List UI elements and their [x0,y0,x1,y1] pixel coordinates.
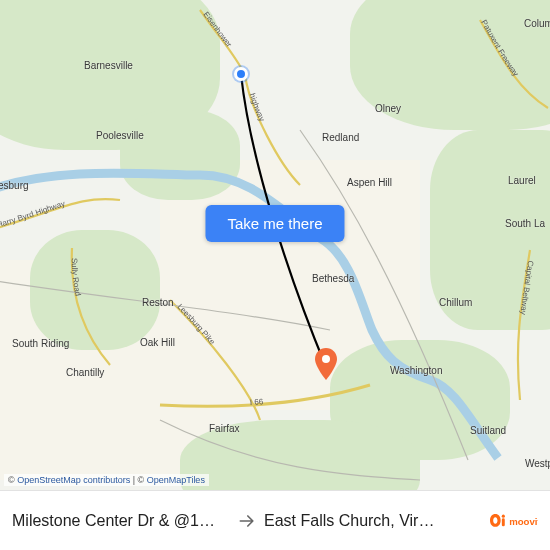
city-label: Barnesville [84,60,133,71]
svg-point-8 [322,355,330,363]
city-label: Laurel [508,175,536,186]
city-label: Westp [525,458,550,469]
route-path [0,0,550,490]
city-label: Olney [375,103,401,114]
svg-text:moovit: moovit [509,515,538,526]
city-label: Redland [322,132,359,143]
omt-link[interactable]: OpenMapTiles [147,475,205,485]
city-label: Washington [390,365,442,376]
city-label: esburg [0,180,29,191]
attribution-prefix: © [8,475,17,485]
city-label: Chantilly [66,367,104,378]
city-label: Reston [142,297,174,308]
city-label: Chillum [439,297,472,308]
city-label: Fairfax [209,423,240,434]
svg-rect-10 [502,518,505,526]
osm-link[interactable]: OpenStreetMap contributors [17,475,130,485]
city-label: Poolesville [96,130,144,141]
map-attribution: © OpenStreetMap contributors | © OpenMap… [4,474,209,486]
city-label: Oak Hill [140,337,175,348]
origin-marker[interactable] [234,67,248,81]
city-label: Colum [524,18,550,29]
city-label: Suitland [470,425,506,436]
route-from-label[interactable]: Milestone Center Dr & @1… [12,512,230,530]
city-label: Bethesda [312,273,354,284]
take-me-there-button[interactable]: Take me there [205,205,344,242]
moovit-logo[interactable]: moovit [482,510,538,532]
city-label: South La [505,218,545,229]
map-canvas[interactable]: Eisenhower highway Harry Byrd Highway Su… [0,0,550,490]
destination-marker[interactable] [314,348,338,372]
svg-point-9 [502,514,505,517]
attribution-sep: | © [130,475,146,485]
route-summary-bar: Milestone Center Dr & @1… East Falls Chu… [0,490,550,550]
route-to-label[interactable]: East Falls Church, Vir… [264,512,482,530]
city-label: South Riding [12,338,69,349]
arrow-right-icon [230,511,264,531]
city-label: Aspen Hill [347,177,392,188]
